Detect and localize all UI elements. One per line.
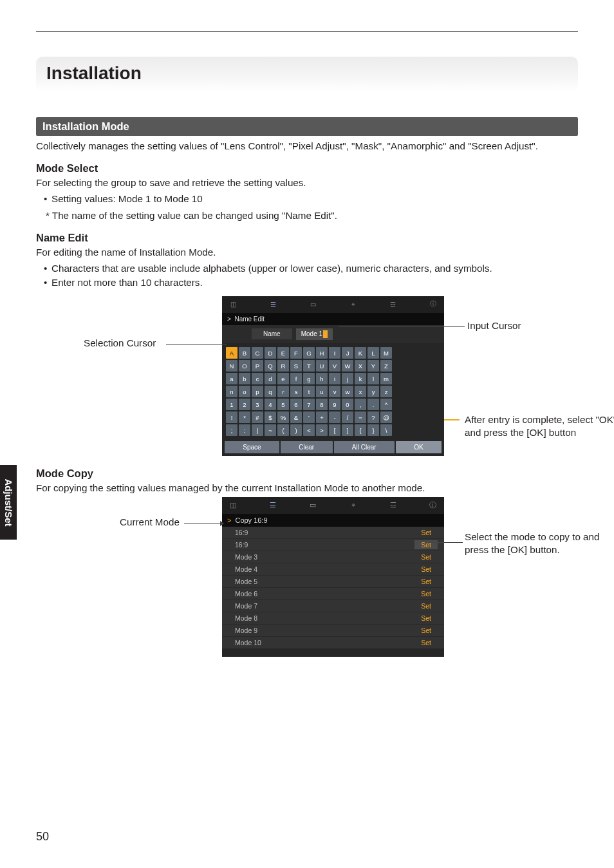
key-f[interactable]: f [290, 373, 302, 384]
key-w[interactable]: w [342, 386, 353, 397]
mode-row[interactable]: Mode 4Set [222, 563, 444, 576]
key-{[interactable]: { [355, 424, 366, 436]
key-q[interactable]: q [265, 386, 276, 397]
key-a[interactable]: a [226, 373, 237, 384]
key-g[interactable]: g [303, 373, 315, 384]
mode-row[interactable]: Mode 5Set [222, 576, 444, 588]
mode-row[interactable]: Mode 10Set [222, 637, 444, 649]
key-e[interactable]: e [277, 373, 289, 384]
key-L[interactable]: L [367, 347, 379, 359]
key-J[interactable]: J [342, 347, 353, 359]
key-\[interactable]: \ [380, 424, 392, 436]
key-![interactable]: ! [226, 411, 237, 423]
key-~[interactable]: ~ [265, 424, 276, 436]
key-P[interactable]: P [252, 360, 263, 372]
key-'[interactable]: ' [303, 411, 315, 423]
key-4[interactable]: 4 [265, 399, 276, 410]
key-C[interactable]: C [252, 347, 263, 359]
key-:[interactable]: : [239, 424, 250, 436]
key-^[interactable]: ^ [380, 399, 392, 410]
all-clear-button[interactable]: All Clear [334, 441, 395, 453]
key-?[interactable]: ? [367, 411, 379, 423]
mode-row[interactable]: Mode 3Set [222, 551, 444, 563]
key-6[interactable]: 6 [290, 399, 302, 410]
key-7[interactable]: 7 [303, 399, 315, 410]
key-s[interactable]: s [290, 386, 302, 397]
key-t[interactable]: t [303, 386, 315, 397]
mode-row[interactable]: Mode 8Set [222, 612, 444, 625]
key-o[interactable]: o [239, 386, 250, 397]
key-V[interactable]: V [329, 360, 340, 372]
key-&[interactable]: & [290, 411, 302, 423]
key-A[interactable]: A [226, 347, 237, 359]
key--[interactable]: - [329, 411, 340, 423]
key-([interactable]: ( [277, 424, 289, 436]
mode-row[interactable]: Mode 9Set [222, 625, 444, 637]
key-@[interactable]: @ [380, 411, 392, 423]
key-l[interactable]: l [367, 373, 379, 384]
key-Z[interactable]: Z [380, 360, 392, 372]
key-3[interactable]: 3 [252, 399, 263, 410]
key-5[interactable]: 5 [277, 399, 289, 410]
clear-button[interactable]: Clear [281, 441, 333, 453]
key-1[interactable]: 1 [226, 399, 237, 410]
key-N[interactable]: N [226, 360, 237, 372]
key-B[interactable]: B [239, 347, 250, 359]
key-v[interactable]: v [329, 386, 340, 397]
mode-row[interactable]: 16:9Set [222, 539, 444, 551]
key-T[interactable]: T [303, 360, 315, 372]
key-c[interactable]: c [252, 373, 263, 384]
key-b[interactable]: b [239, 373, 250, 384]
key-.[interactable]: . [367, 399, 379, 410]
key-Q[interactable]: Q [265, 360, 276, 372]
key-)[interactable]: ) [290, 424, 302, 436]
key-S[interactable]: S [290, 360, 302, 372]
key-n[interactable]: n [226, 386, 237, 397]
key-G[interactable]: G [303, 347, 315, 359]
mode-row[interactable]: Mode 7Set [222, 600, 444, 612]
key-H[interactable]: H [316, 347, 328, 359]
key-K[interactable]: K [355, 347, 366, 359]
key-I[interactable]: I [329, 347, 340, 359]
key-$[interactable]: $ [265, 411, 276, 423]
key-<[interactable]: < [303, 424, 315, 436]
key-M[interactable]: M [380, 347, 392, 359]
key-h[interactable]: h [316, 373, 328, 384]
key-p[interactable]: p [252, 386, 263, 397]
key-;[interactable]: ; [226, 424, 237, 436]
key-i[interactable]: i [329, 373, 340, 384]
key-8[interactable]: 8 [316, 399, 328, 410]
key-W[interactable]: W [342, 360, 353, 372]
key-z[interactable]: z [380, 386, 392, 397]
key-#[interactable]: # [252, 411, 263, 423]
key-%[interactable]: % [277, 411, 289, 423]
key-*[interactable]: * [239, 411, 250, 423]
key-][interactable]: ] [342, 424, 353, 436]
key-x[interactable]: x [355, 386, 366, 397]
key-F[interactable]: F [290, 347, 302, 359]
key-}[interactable]: } [367, 424, 379, 436]
key-u[interactable]: u [316, 386, 328, 397]
key-,[interactable]: , [355, 399, 366, 410]
ok-button[interactable]: OK [396, 441, 442, 453]
key-R[interactable]: R [277, 360, 289, 372]
key-r[interactable]: r [277, 386, 289, 397]
space-button[interactable]: Space [225, 441, 279, 453]
key-[[interactable]: [ [329, 424, 340, 436]
key-0[interactable]: 0 [342, 399, 353, 410]
key-|[interactable]: | [252, 424, 263, 436]
key-9[interactable]: 9 [329, 399, 340, 410]
name-value[interactable]: Mode 1 [296, 328, 333, 340]
mode-row[interactable]: Mode 6Set [222, 588, 444, 600]
key-E[interactable]: E [277, 347, 289, 359]
key-y[interactable]: y [367, 386, 379, 397]
mode-row[interactable]: 16:9Set [222, 527, 444, 539]
key-U[interactable]: U [316, 360, 328, 372]
key-2[interactable]: 2 [239, 399, 250, 410]
key-/[interactable]: / [342, 411, 353, 423]
key-D[interactable]: D [265, 347, 276, 359]
key-m[interactable]: m [380, 373, 392, 384]
key-d[interactable]: d [265, 373, 276, 384]
key-+[interactable]: + [316, 411, 328, 423]
key-X[interactable]: X [355, 360, 366, 372]
